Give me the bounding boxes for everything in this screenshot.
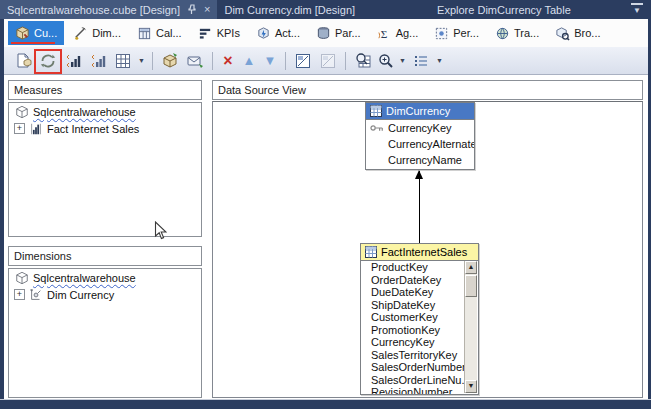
measures-view-caret-icon[interactable]: ▼ <box>137 57 146 64</box>
table-name: FactInternetSales <box>381 246 467 258</box>
table-grid-icon <box>365 246 377 258</box>
dimensions-tree: Sqlcentralwarehouse + Dim Currency <box>8 268 202 398</box>
tab-cube-structure[interactable]: Cu... <box>8 21 64 45</box>
zoom-grid-icon <box>355 52 372 69</box>
doc-tab-explore-dimcurrency[interactable]: Explore DimCurrency Table <box>430 0 582 19</box>
status-bar <box>0 399 651 409</box>
calculations-icon <box>137 26 152 41</box>
close-icon[interactable]: × <box>204 4 210 15</box>
zoom-button[interactable] <box>377 50 395 72</box>
document-tab-bar: Sqlcentralwarehouse.cube [Design] × Dim … <box>0 0 651 19</box>
tab-actions[interactable]: Act... <box>249 21 307 45</box>
column-name: ProductKey <box>371 261 428 273</box>
toolbar-separator <box>212 52 213 70</box>
tree-item-cube-root[interactable]: Sqlcentralwarehouse <box>9 269 201 286</box>
dimcurrency-table-header[interactable]: DimCurrency <box>366 103 474 120</box>
tree-item-fact-internet-sales[interactable]: + Fact Internet Sales <box>9 120 201 137</box>
tab-partitions[interactable]: Par... <box>309 21 368 45</box>
tab-label: Ag... <box>396 27 419 39</box>
tab-browser[interactable]: Bro... <box>548 21 607 45</box>
column-row[interactable]: ProductKey <box>361 261 465 274</box>
column-row[interactable]: CurrencyAlternateK... <box>366 136 474 152</box>
tab-label: Par... <box>335 27 361 39</box>
column-row[interactable]: ShipDateKey <box>361 299 465 312</box>
tab-label: Tra... <box>514 27 539 39</box>
pin-icon[interactable] <box>187 4 197 15</box>
table-grid-icon <box>370 105 382 117</box>
svg-text:Σ: Σ <box>380 27 387 39</box>
edit-diagram-disabled-icon <box>320 53 336 69</box>
column-name: RevisionNumber <box>371 386 452 394</box>
tree-item-cube-root[interactable]: Sqlcentralwarehouse <box>9 103 201 120</box>
dimensions-panel-header: Dimensions <box>8 246 202 266</box>
layout-options-button[interactable] <box>410 50 432 72</box>
relationship-arrow[interactable] <box>419 171 420 243</box>
actions-icon <box>256 26 271 41</box>
delete-button[interactable]: × <box>219 50 237 72</box>
main-content: Measures Sqlcentralwarehouse + Fact Inte… <box>4 75 648 399</box>
move-down-icon: ▼ <box>264 54 277 67</box>
dsv-table-factinternetsales[interactable]: FactInternetSales ProductKey OrderDateKe… <box>360 243 479 395</box>
tab-label: Dim... <box>92 27 121 39</box>
tab-dimension-usage[interactable]: Dim... <box>66 21 128 45</box>
column-name: SalesTerritoryKey <box>371 349 457 361</box>
column-row[interactable]: CustomerKey <box>361 311 465 324</box>
column-row[interactable]: DueDateKey <box>361 286 465 299</box>
move-up-button[interactable]: ▲ <box>240 50 258 72</box>
column-name: ShipDateKey <box>371 299 435 311</box>
edit-diagram-alt-button[interactable] <box>317 50 339 72</box>
add-business-intelligence-button[interactable] <box>184 50 206 72</box>
expand-plus-icon[interactable]: + <box>14 123 25 134</box>
tab-calculations[interactable]: Cal... <box>130 21 189 45</box>
expand-plus-icon[interactable]: + <box>14 289 25 300</box>
doc-tab-label: Explore DimCurrency Table <box>437 4 575 16</box>
column-row[interactable]: OrderDateKey <box>361 274 465 287</box>
column-row[interactable]: CurrencyKey <box>366 120 474 136</box>
column-row[interactable]: SalesTerritoryKey <box>361 349 465 362</box>
scroll-down-button[interactable]: ▼ <box>465 380 477 393</box>
doc-tab-cube-design[interactable]: Sqlcentralwarehouse.cube [Design] × <box>0 0 217 19</box>
move-down-button[interactable]: ▼ <box>261 50 279 72</box>
dsv-panel-header: Data Source View <box>212 80 643 100</box>
new-linked-object-button[interactable] <box>12 50 34 72</box>
tab-translations[interactable]: Tra... <box>488 21 546 45</box>
add-cube-dimension-button[interactable] <box>159 50 181 72</box>
perspectives-icon <box>434 26 449 41</box>
zoom-caret-icon[interactable]: ▼ <box>398 57 407 64</box>
column-row[interactable]: CurrencyKey <box>361 336 465 349</box>
data-source-view-diagram[interactable]: DimCurrency CurrencyKey CurrencyAlternat… <box>212 101 643 398</box>
column-row[interactable]: CurrencyName <box>366 152 474 168</box>
tab-label: Act... <box>275 27 300 39</box>
measures-grid-icon <box>115 53 131 69</box>
kpis-icon <box>198 26 213 41</box>
scrollbar-thumb[interactable] <box>465 275 477 297</box>
column-name: CurrencyKey <box>371 336 435 348</box>
cube-structure-toolbar: ▼ × ▲ ▼ ▼ ▼ <box>4 47 648 75</box>
column-row[interactable]: SalesOrderNumber <box>361 361 465 374</box>
tab-label: Per... <box>453 27 479 39</box>
tree-item-dim-currency[interactable]: + Dim Currency <box>9 286 201 303</box>
column-name: SalesOrderNumber <box>371 361 465 373</box>
layout-caret-icon[interactable]: ▼ <box>435 57 444 64</box>
new-measure-group-button[interactable] <box>87 50 109 72</box>
tab-aggregations[interactable]: Σ Ag... <box>370 21 426 45</box>
table-vertical-scrollbar[interactable]: ▲ ▼ <box>464 261 477 393</box>
dsv-table-dimcurrency[interactable]: DimCurrency CurrencyKey CurrencyAlternat… <box>365 102 475 170</box>
tab-kpis[interactable]: KPIs <box>191 21 247 45</box>
tab-label: Cu... <box>34 27 57 39</box>
process-button[interactable] <box>37 50 59 72</box>
doc-tab-dim-currency[interactable]: Dim Currency.dim [Design] <box>217 0 366 19</box>
factinternetsales-columns: ProductKey OrderDateKey DueDateKey ShipD… <box>361 261 478 394</box>
scroll-up-button[interactable]: ▲ <box>465 261 477 274</box>
new-measure-button[interactable] <box>62 50 84 72</box>
column-row[interactable]: PromotionKey <box>361 324 465 337</box>
tab-list-chevron-icon[interactable]: ▼ <box>631 3 643 15</box>
zoom-to-selection-button[interactable] <box>352 50 374 72</box>
factinternetsales-table-header[interactable]: FactInternetSales <box>361 244 478 261</box>
new-measure-group-icon <box>90 52 107 69</box>
edit-diagram-button[interactable] <box>292 50 314 72</box>
tab-perspectives[interactable]: Per... <box>427 21 486 45</box>
column-row[interactable]: SalesOrderLineNu... <box>361 374 465 387</box>
measures-view-button[interactable] <box>112 50 134 72</box>
column-row[interactable]: RevisionNumber <box>361 386 465 394</box>
